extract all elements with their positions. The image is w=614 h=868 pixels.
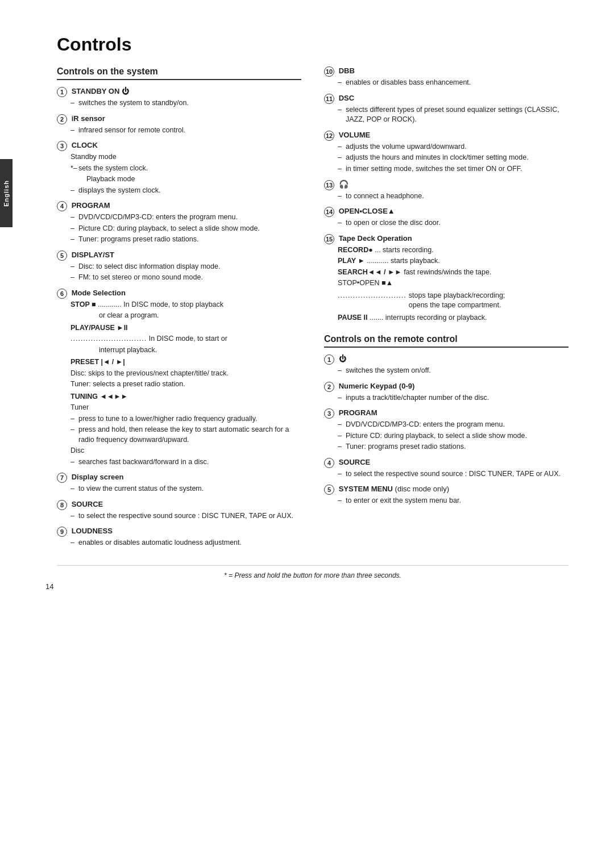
dbb-desc: enables or disables bass enhancement. xyxy=(324,78,569,88)
loudness-desc: enables or disables automatic loudness a… xyxy=(57,538,301,548)
item-number-3: 3 xyxy=(57,141,67,151)
display-st-label: DISPLAY/ST xyxy=(72,251,114,259)
item-number-13: 13 xyxy=(324,180,334,190)
item-number-9: 9 xyxy=(57,527,67,537)
stop-open-desc: stops tape playback/recording;opens the … xyxy=(409,291,505,311)
volume-desc: adjusts the volume upward/downward. adju… xyxy=(324,142,569,174)
remote-power-symbol: ⏻ xyxy=(339,355,346,364)
left-section-header: Controls on the system xyxy=(57,66,301,80)
remote-system-menu-label: SYSTEM MENU xyxy=(339,485,393,494)
playpause-label-row: PLAY/PAUSE ►II xyxy=(70,323,301,333)
item-number-12: 12 xyxy=(324,131,334,141)
display-st-desc: Disc: to select disc information display… xyxy=(57,262,301,283)
remote-source-label: SOURCE xyxy=(339,458,371,466)
playpause-desc-2: interrupt playback. xyxy=(70,345,301,356)
item-number-7: 7 xyxy=(57,473,67,483)
remote-keypad-label: Numeric Keypad (0-9) xyxy=(339,382,415,390)
clock-label: CLOCK xyxy=(72,141,98,149)
stop-open-dots: ........................... xyxy=(338,291,406,311)
remote-program-label: PROGRAM xyxy=(339,409,377,418)
two-column-layout: Controls on the system 1 STANDBY ON ⏻ sw… xyxy=(57,66,569,554)
preset-desc-1: Disc: skips to the previous/next chapter… xyxy=(70,369,301,379)
search-desc: fast rewinds/winds the tape. xyxy=(404,268,491,276)
clock-desc-playback: Playback mode xyxy=(70,174,301,185)
language-label: English xyxy=(3,180,10,207)
loudness-desc-1: enables or disables automatic loudness a… xyxy=(70,538,301,548)
remote-item-source: 4 SOURCE to select the respective sound … xyxy=(324,458,569,479)
item-ir-sensor: 2 iR sensor infrared sensor for remote c… xyxy=(57,114,301,136)
dsc-label: DSC xyxy=(339,94,354,102)
volume-desc-1: adjusts the volume upward/downward. xyxy=(338,142,569,152)
source-label: SOURCE xyxy=(72,500,103,508)
tuning-desc-disc: Disc xyxy=(70,446,301,456)
item-source: 8 SOURCE to select the respective sound … xyxy=(57,500,301,521)
record-dots: ... starts recording. xyxy=(375,246,434,254)
mode-selection-desc: STOP ■ ............ In DISC mode, to sto… xyxy=(57,300,301,468)
clock-desc-display: displays the system clock. xyxy=(70,186,301,196)
clock-desc-standby: Standby mode xyxy=(70,152,301,162)
remote-program-desc-3: Tuner: programs preset radio stations. xyxy=(338,442,569,452)
remote-system-menu-desc: to enter or exit the system menu bar. xyxy=(324,496,569,506)
tape-ops: RECORD● ... starts recording. PLAY ► ...… xyxy=(324,245,569,323)
item-number-1: 1 xyxy=(57,87,67,97)
remote-item-number-1: 1 xyxy=(324,354,334,365)
item-mode-selection: 6 Mode Selection STOP ■ ............ In … xyxy=(57,289,301,468)
preset-sub-label: PRESET |◄ / ►| xyxy=(70,358,125,366)
program-desc-1: DVD/VCD/CD/MP3-CD: enters the program me… xyxy=(70,212,301,223)
clock-desc: Standby mode sets the system clock. Play… xyxy=(57,152,301,195)
remote-program-desc-1: DVD/VCD/CD/MP3-CD: enters the program me… xyxy=(338,420,569,430)
headphone-desc-1: to connect a headphone. xyxy=(338,191,569,202)
item-display-screen: 7 Display screen to view the current sta… xyxy=(57,473,301,494)
play-label: PLAY ► xyxy=(338,257,365,265)
page-number: 14 xyxy=(45,582,53,591)
left-column: Controls on the system 1 STANDBY ON ⏻ sw… xyxy=(57,66,301,554)
item-number-2: 2 xyxy=(57,114,67,124)
stop-open-desc-block: ........................... stops tape p… xyxy=(338,291,569,311)
right-column: 10 DBB enables or disables bass enhancem… xyxy=(324,66,569,554)
item-number-8: 8 xyxy=(57,500,67,510)
item-clock: 3 CLOCK Standby mode sets the system clo… xyxy=(57,141,301,195)
item-standby-on: 1 STANDBY ON ⏻ switches the system to st… xyxy=(57,87,301,108)
tuning-desc-2: press and hold, then release the key to … xyxy=(70,425,301,445)
headphone-desc: to connect a headphone. xyxy=(324,191,569,202)
program-desc: DVD/VCD/CD/MP3-CD: enters the program me… xyxy=(57,212,301,245)
preset-desc-2: Tuner: selects a preset radio station. xyxy=(70,379,301,390)
tuning-desc-1: press to tune to a lower/higher radio fr… xyxy=(70,414,301,424)
display-st-desc-2: FM: to set stereo or mono sound mode. xyxy=(70,273,301,283)
program-label: PROGRAM xyxy=(72,201,110,210)
remote-source-desc-1: to select the respective sound source : … xyxy=(338,469,569,479)
remote-power-desc: switches the system on/off. xyxy=(324,366,569,376)
tape-stop-open-row: STOP•OPEN ■▲ xyxy=(338,278,569,289)
remote-item-keypad: 2 Numeric Keypad (0-9) inputs a track/ti… xyxy=(324,382,569,403)
remote-section: Controls on the remote control 1 ⏻ switc… xyxy=(324,334,569,506)
stop-desc-2: or clear a program. xyxy=(70,311,301,321)
remote-item-number-3: 3 xyxy=(324,408,334,419)
mode-selection-label: Mode Selection xyxy=(72,289,126,297)
remote-keypad-desc: inputs a track/title/chapter number of t… xyxy=(324,393,569,403)
tuning-desc-tuner: Tuner xyxy=(70,403,301,413)
tuning-sub-label: TUNING ◄◄►► xyxy=(70,393,128,400)
remote-item-number-2: 2 xyxy=(324,382,334,392)
ir-sensor-desc: infrared sensor for remote control. xyxy=(57,126,301,136)
item-number-10: 10 xyxy=(324,66,334,77)
standby-on-label: STANDBY ON ⏻ xyxy=(72,87,129,95)
remote-program-desc-2: Picture CD: during playback, to select a… xyxy=(338,431,569,441)
pause-dots: ....... interrupts recording or playback… xyxy=(370,314,487,322)
display-screen-desc: to view the current status of the system… xyxy=(57,484,301,494)
item-dsc: 11 DSC selects different types of preset… xyxy=(324,94,569,125)
item-number-5: 5 xyxy=(57,251,67,261)
source-desc-1: to select the respective sound source : … xyxy=(70,511,301,521)
item-open-close: 14 OPEN•CLOSE▲ to open or close the disc… xyxy=(324,207,569,228)
item-volume: 12 VOLUME adjusts the volume upward/down… xyxy=(324,131,569,174)
tape-deck-label: Tape Deck Operation xyxy=(339,234,412,243)
item-dbb: 10 DBB enables or disables bass enhancem… xyxy=(324,66,569,88)
remote-program-desc: DVD/VCD/CD/MP3-CD: enters the program me… xyxy=(324,420,569,452)
program-desc-2: Picture CD: during playback, to select a… xyxy=(70,224,301,234)
tape-play-row: PLAY ► ........... starts playback. xyxy=(338,256,569,266)
tuning-label-row: TUNING ◄◄►► xyxy=(70,392,301,402)
standby-on-desc: switches the system to standby/on. xyxy=(57,98,301,108)
open-close-desc-1: to open or close the disc door. xyxy=(338,218,569,228)
remote-item-program: 3 PROGRAM DVD/VCD/CD/MP3-CD: enters the … xyxy=(324,408,569,452)
item-number-14: 14 xyxy=(324,207,334,217)
tuning-desc-disc-1: searches fast backward/forward in a disc… xyxy=(70,457,301,468)
